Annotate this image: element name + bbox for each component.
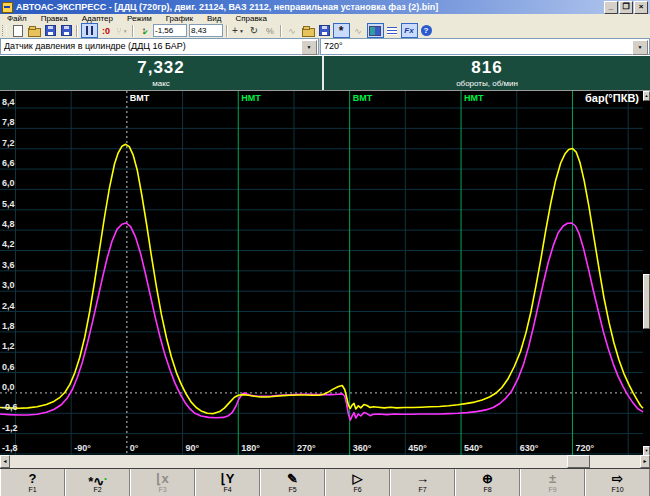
fkey-label: F9 <box>548 486 556 494</box>
menu-bar: ФайлПравкаАдаптерРежимГрафикВидСправка <box>0 14 650 23</box>
x-tick-label: 360° <box>353 443 372 453</box>
fx-icon: Fx <box>404 26 413 35</box>
chevron-down-icon[interactable]: ▼ <box>239 28 244 34</box>
help-button[interactable]: ? <box>419 24 434 37</box>
fkey-label: F5 <box>288 486 296 494</box>
marker-label-0: ВМТ <box>130 93 150 103</box>
minimize-button[interactable]: _ <box>604 1 618 14</box>
fkey-label: F3 <box>158 486 166 494</box>
save-file-button[interactable] <box>43 24 58 37</box>
scroll-up-icon[interactable]: ▲ <box>643 91 650 101</box>
pressure-chart: 8,47,87,26,66,05,44,84,23,63,02,41,81,20… <box>0 90 650 455</box>
curves-icon: ∿ <box>354 26 362 36</box>
y-tick-label: 0,0 <box>2 382 15 392</box>
f-xaxis-icon: ⌊x <box>156 471 168 486</box>
restore-button[interactable]: ❐ <box>619 1 633 14</box>
y-tick-label: -1,2 <box>2 423 18 433</box>
close-button[interactable]: × <box>634 1 648 14</box>
y-max-input[interactable] <box>189 24 223 37</box>
marker-button[interactable]: * <box>333 23 350 38</box>
save-as-button[interactable] <box>59 24 74 37</box>
save-icon <box>61 25 72 36</box>
readout-rpm-value: 816 <box>324 58 650 78</box>
marker-label-180: НМТ <box>241 93 261 103</box>
scroll-left-icon[interactable]: ◄ <box>0 455 10 468</box>
fkey-exit-button[interactable]: ⇨F10 <box>585 469 650 496</box>
chart-vertical-scrollbar[interactable]: ▲ ▼ <box>643 91 650 456</box>
fkey-probe-button[interactable]: ✎F5 <box>260 469 325 496</box>
window-title: АВТОАС-ЭКСПРЕСС - [ДДЦ (720гр), двиг. 21… <box>16 2 438 12</box>
save-icon <box>45 25 56 36</box>
cursor-button[interactable]: +▼ <box>231 24 246 37</box>
fkey-target-button[interactable]: ⊕F8 <box>455 469 520 496</box>
scroll-right-icon[interactable]: ► <box>640 455 650 468</box>
y-min-input[interactable] <box>153 24 187 37</box>
fkey-label: F10 <box>611 486 623 494</box>
yscale-icon: ↕✓ <box>142 25 147 36</box>
menu-item-справка[interactable]: Справка <box>228 14 273 23</box>
chart-horizontal-scrollbar[interactable]: ◄ ► <box>0 455 650 468</box>
save-graph-button[interactable] <box>317 24 332 37</box>
range-select[interactable]: 720° ▼ <box>320 38 650 55</box>
fkey-help-button[interactable]: ?F1 <box>0 469 65 496</box>
vscroll-thumb[interactable] <box>643 274 650 329</box>
fkey-y-scale-button[interactable]: ⌊YF4 <box>195 469 260 496</box>
pause-button[interactable] <box>81 23 98 38</box>
formula-button[interactable]: Fx <box>401 23 418 38</box>
menu-item-файл[interactable]: Файл <box>0 14 34 23</box>
fkey-x-scale-button[interactable]: ⌊xF3 <box>130 469 195 496</box>
new-file-button[interactable] <box>11 24 26 37</box>
x-tick-label: 270° <box>297 443 316 453</box>
grid-icon <box>369 26 381 36</box>
y-tick-label: 1,2 <box>2 341 15 351</box>
fkey-shift-button[interactable]: →F7 <box>390 469 455 496</box>
pause-icon <box>86 26 93 35</box>
f-exit-icon: ⇨ <box>612 471 623 486</box>
readout-panel: 7,332 макс 816 обороты, об/мин <box>0 55 650 90</box>
fkey-label: F6 <box>353 486 361 494</box>
menu-item-вид[interactable]: Вид <box>200 14 228 23</box>
percent-button[interactable]: % <box>263 24 278 37</box>
signal-select[interactable]: Датчик давления в цилиндре (ДДЦ 16 БАР) … <box>0 38 319 55</box>
fkey-label: F7 <box>418 486 426 494</box>
y-autoscale-button[interactable]: ↕✓ <box>137 24 152 37</box>
adapter-mode-button[interactable]: ⑂▼ <box>115 24 130 37</box>
y-tick-label: 0,6 <box>2 362 15 372</box>
menu-item-адаптер[interactable]: Адаптер <box>75 14 120 23</box>
function-key-bar: ?F1*∿•F2⌊xF3⌊YF4✎F5▷F6→F7⊕F8±F9⇨F10 <box>0 468 650 496</box>
fkey-plus-minus-button[interactable]: ±F9 <box>520 469 585 496</box>
refresh-button[interactable]: ↻ <box>247 24 262 37</box>
toolbar-grip[interactable] <box>2 25 7 36</box>
f-target-icon: ⊕ <box>482 471 493 486</box>
menu-item-правка[interactable]: Правка <box>34 14 75 23</box>
open-graph-button[interactable] <box>301 24 316 37</box>
fkey-signal-button[interactable]: *∿•F2 <box>65 469 130 496</box>
hscroll-thumb[interactable] <box>567 455 590 468</box>
y-tick-label: 4,2 <box>2 239 15 249</box>
chevron-down-icon[interactable]: ▼ <box>123 28 128 34</box>
toolbar-separator <box>226 25 228 37</box>
save-icon <box>319 25 330 36</box>
f-yaxis-icon: ⌊Y <box>221 471 235 486</box>
range-select-value: 720° <box>324 41 343 51</box>
cylinder-pressure-reference-curve <box>0 223 643 420</box>
chart-plot <box>0 91 650 456</box>
refresh-icon: ↻ <box>250 25 258 36</box>
curve-tools-button[interactable]: ∿ <box>285 24 300 37</box>
marker-label-540: НМТ <box>464 93 484 103</box>
readout-rpm-label: обороты, об/мин <box>324 79 650 88</box>
reset-zero-button[interactable]: :0 <box>99 24 114 37</box>
chevron-down-icon[interactable]: ▼ <box>632 40 648 55</box>
lines-view-button[interactable] <box>385 24 400 37</box>
y-tick-label: -1,8 <box>2 443 18 453</box>
open-file-button[interactable] <box>27 24 42 37</box>
fkey-play-button[interactable]: ▷F6 <box>325 469 390 496</box>
grid-view-button[interactable] <box>367 23 384 38</box>
chevron-down-icon[interactable]: ▼ <box>301 40 317 55</box>
menu-item-график[interactable]: График <box>159 14 200 23</box>
menu-item-режим[interactable]: Режим <box>120 14 159 23</box>
hlines-icon <box>387 27 397 35</box>
fkey-label: F8 <box>483 486 491 494</box>
x-tick-label: 90° <box>186 443 200 453</box>
compare-button[interactable]: ∿ <box>351 24 366 37</box>
